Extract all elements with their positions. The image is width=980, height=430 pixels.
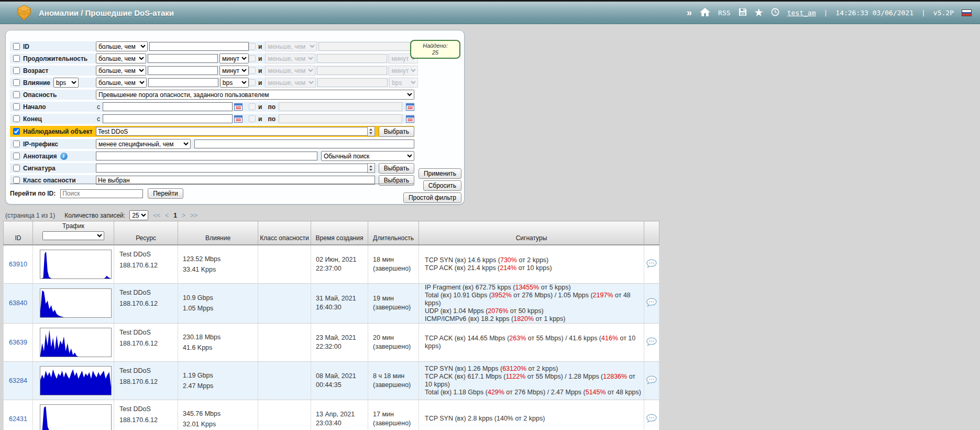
- col-created[interactable]: Время создания: [311, 221, 368, 245]
- first-page-button[interactable]: <<: [153, 212, 160, 219]
- age-filter-checkbox[interactable]: [13, 67, 20, 74]
- col-resource[interactable]: Ресурс: [114, 221, 178, 245]
- annotation-search-mode-select[interactable]: Обычный поиск: [321, 151, 414, 161]
- col-impact[interactable]: Влияние: [178, 221, 258, 245]
- calendar-icon[interactable]: [406, 103, 414, 111]
- age-to-input[interactable]: [317, 66, 387, 75]
- rss-link[interactable]: RSS: [718, 9, 730, 17]
- end-to-input[interactable]: [279, 114, 402, 123]
- comment-icon[interactable]: [646, 337, 657, 346]
- impact-and-checkbox[interactable]: [249, 79, 256, 86]
- impact-unit2-select[interactable]: bps: [389, 78, 418, 88]
- misuse-class-checkbox[interactable]: [13, 177, 20, 184]
- signature-checkbox[interactable]: [13, 165, 20, 171]
- duration-op2-select[interactable]: меньше, чем: [265, 53, 315, 63]
- duration-from-input[interactable]: [148, 54, 218, 63]
- ip-prefix-input[interactable]: [194, 139, 414, 148]
- traffic-sparkline[interactable]: [40, 328, 112, 357]
- page-size-select[interactable]: 25: [129, 210, 148, 220]
- impact-filter-checkbox[interactable]: [13, 79, 20, 86]
- traffic-sparkline[interactable]: [40, 288, 112, 318]
- language-flag-icon[interactable]: [962, 9, 972, 16]
- prev-page-button[interactable]: <: [165, 212, 169, 219]
- created-cell: 02 Июн, 202122:37:00: [311, 245, 368, 283]
- spinner-icon[interactable]: [367, 163, 375, 173]
- impact-op2-select[interactable]: меньше, чем: [265, 78, 316, 88]
- attack-id-link[interactable]: 63910: [9, 261, 27, 268]
- severity-filter-checkbox[interactable]: [13, 91, 20, 98]
- comment-icon[interactable]: [646, 259, 657, 268]
- severity-select[interactable]: Превышение порога опасности, заданного п…: [96, 90, 414, 100]
- end-from-input[interactable]: [103, 114, 233, 123]
- calendar-icon[interactable]: [406, 115, 414, 123]
- age-unit-select[interactable]: минут: [219, 66, 249, 76]
- start-to-input[interactable]: [279, 102, 402, 111]
- managed-object-input[interactable]: [96, 127, 368, 136]
- start-filter-checkbox[interactable]: [13, 103, 20, 110]
- comment-icon[interactable]: [646, 298, 657, 307]
- duration-to-input[interactable]: [317, 54, 387, 63]
- col-duration[interactable]: Длительность: [368, 221, 419, 245]
- traffic-sparkline[interactable]: [40, 404, 112, 430]
- duration-op-select[interactable]: больше, чем: [96, 53, 146, 63]
- traffic-mode-select[interactable]: [42, 231, 104, 240]
- collapse-icon[interactable]: »: [687, 8, 692, 17]
- id-to-input[interactable]: [318, 42, 418, 51]
- duration-and-checkbox[interactable]: [249, 55, 256, 62]
- id-op2-select[interactable]: меньше, чем: [265, 41, 317, 51]
- ip-prefix-checkbox[interactable]: [13, 141, 20, 147]
- reset-button[interactable]: Сбросить: [423, 180, 461, 191]
- managed-object-select-button[interactable]: Выбрать: [379, 126, 414, 137]
- traffic-sparkline[interactable]: [40, 366, 112, 395]
- duration-unit-select[interactable]: минут: [219, 53, 249, 63]
- goto-id-input[interactable]: [60, 189, 143, 198]
- calendar-icon[interactable]: [234, 103, 243, 111]
- apply-button[interactable]: Применить: [419, 168, 461, 179]
- id-and-checkbox[interactable]: [249, 43, 256, 50]
- favorites-icon[interactable]: ★: [755, 8, 763, 17]
- last-page-button[interactable]: >>: [190, 212, 197, 219]
- signature-input[interactable]: [96, 164, 368, 173]
- home-icon[interactable]: [700, 8, 710, 18]
- age-op-select[interactable]: больше, чем: [96, 66, 146, 76]
- comment-icon[interactable]: [646, 375, 657, 384]
- start-from-input[interactable]: [103, 102, 233, 111]
- impact-mode-select[interactable]: bps: [53, 78, 79, 88]
- impact-op-select[interactable]: больше, чем: [96, 78, 147, 88]
- simple-filter-button[interactable]: Простой фильтр: [403, 192, 461, 203]
- impact-unit-select[interactable]: bps: [220, 78, 249, 88]
- next-page-button[interactable]: >: [182, 212, 185, 219]
- col-misuse-class[interactable]: Класс опасности: [258, 221, 311, 245]
- age-from-input[interactable]: [148, 66, 218, 75]
- attack-id-link[interactable]: 63284: [9, 377, 27, 384]
- history-clock-icon[interactable]: [771, 8, 779, 18]
- save-icon[interactable]: [739, 8, 747, 18]
- duration-filter-checkbox[interactable]: [13, 55, 20, 62]
- col-id[interactable]: ID: [4, 221, 33, 245]
- age-and-checkbox[interactable]: [249, 67, 256, 74]
- id-op-select[interactable]: больше, чем: [96, 41, 148, 51]
- end-and-checkbox[interactable]: [249, 115, 256, 122]
- spinner-icon[interactable]: [367, 126, 375, 136]
- user-link[interactable]: test_am: [787, 9, 816, 17]
- age-op2-select[interactable]: меньше, чем: [265, 66, 315, 76]
- calendar-icon[interactable]: [234, 115, 243, 123]
- comment-icon[interactable]: [646, 414, 657, 423]
- attack-id-link[interactable]: 63639: [9, 339, 27, 346]
- id-filter-checkbox[interactable]: [13, 43, 20, 50]
- managed-object-checkbox[interactable]: [13, 128, 20, 135]
- impact-to-input[interactable]: [317, 78, 388, 87]
- annotation-checkbox[interactable]: [13, 153, 20, 159]
- id-from-input[interactable]: [149, 42, 249, 51]
- annotation-input[interactable]: [96, 152, 317, 160]
- attack-id-link[interactable]: 63840: [9, 299, 27, 307]
- col-signatures[interactable]: Сигнатуры: [419, 221, 644, 245]
- age-unit2-select[interactable]: минут: [389, 66, 418, 76]
- impact-from-input[interactable]: [148, 78, 218, 87]
- traffic-sparkline[interactable]: [40, 250, 112, 279]
- start-and-checkbox[interactable]: [249, 103, 256, 110]
- goto-button[interactable]: Перейти: [148, 188, 183, 199]
- ip-prefix-op-select[interactable]: менее специфичный, чем: [96, 139, 191, 149]
- end-filter-checkbox[interactable]: [13, 115, 20, 122]
- attack-id-link[interactable]: 62431: [9, 415, 27, 423]
